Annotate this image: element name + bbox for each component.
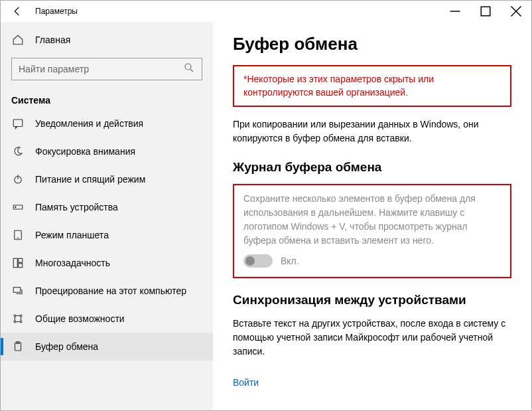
history-toggle-row: Вкл. <box>243 254 501 268</box>
moon-icon <box>11 145 25 157</box>
svg-point-20 <box>20 321 22 323</box>
history-disabled-box: Сохраните несколько элементов в буфер об… <box>233 184 511 278</box>
page-title: Буфер обмена <box>233 34 511 54</box>
sidebar-item-label: Питание и спящий режим <box>35 174 145 185</box>
svg-line-5 <box>190 69 193 72</box>
history-heading: Журнал буфера обмена <box>233 160 511 175</box>
policy-notice-text: *Некоторые из этих параметров скрыты или… <box>243 73 501 99</box>
svg-rect-16 <box>13 288 21 293</box>
svg-rect-14 <box>19 258 23 262</box>
home-icon <box>11 34 25 46</box>
svg-point-17 <box>14 315 16 317</box>
sidebar-home[interactable]: Главная <box>1 27 213 52</box>
sidebar-item-power-sleep[interactable]: Питание и спящий режим <box>1 165 213 193</box>
svg-rect-6 <box>13 120 23 127</box>
sidebar-item-storage[interactable]: Память устройства <box>1 193 213 221</box>
shared-icon <box>11 313 25 325</box>
sidebar-item-label: Общие возможности <box>35 313 125 324</box>
sidebar-home-label: Главная <box>35 35 70 45</box>
sidebar-item-label: Многозадачность <box>35 258 110 268</box>
sidebar-item-label: Проецирование на этот компьютер <box>35 286 186 296</box>
storage-icon <box>11 201 25 213</box>
history-toggle-label: Вкл. <box>281 256 299 266</box>
maximize-button[interactable] <box>470 1 501 22</box>
history-description: Сохраните несколько элементов в буфер об… <box>243 192 501 248</box>
sidebar-item-shared-experiences[interactable]: Общие возможности <box>1 305 213 333</box>
svg-point-10 <box>15 206 17 208</box>
projecting-icon <box>11 285 25 297</box>
sidebar: Главная Система Уведомления и действия Ф… <box>1 22 213 410</box>
main-area: Главная Система Уведомления и действия Ф… <box>1 22 531 410</box>
search-icon <box>183 62 195 76</box>
multitask-icon <box>11 257 25 269</box>
signin-link[interactable]: Войти <box>233 377 259 388</box>
sidebar-item-label: Режим планшета <box>35 230 109 240</box>
sidebar-item-multitasking[interactable]: Многозадачность <box>1 249 213 277</box>
tablet-icon <box>11 229 25 241</box>
svg-point-4 <box>185 64 191 70</box>
sidebar-item-projecting[interactable]: Проецирование на этот компьютер <box>1 277 213 305</box>
maximize-icon <box>480 5 492 17</box>
clipboard-intro: При копировании или вырезании данных в W… <box>233 118 511 145</box>
sidebar-item-tablet-mode[interactable]: Режим планшета <box>1 221 213 249</box>
back-button[interactable] <box>11 5 33 17</box>
titlebar: Параметры <box>1 1 531 22</box>
policy-notice-box: *Некоторые из этих параметров скрыты или… <box>233 65 511 107</box>
sidebar-item-label: Память устройства <box>35 202 118 212</box>
minimize-button[interactable] <box>440 1 470 22</box>
back-arrow-icon <box>11 5 23 17</box>
message-icon <box>11 118 25 129</box>
svg-rect-15 <box>19 264 23 268</box>
sidebar-item-label: Фокусировка внимания <box>35 146 135 157</box>
svg-rect-13 <box>13 258 17 268</box>
sidebar-item-label: Буфер обмена <box>35 341 98 352</box>
history-toggle[interactable] <box>243 254 273 268</box>
sidebar-item-notifications[interactable]: Уведомления и действия <box>1 110 213 137</box>
power-icon <box>11 173 25 185</box>
sidebar-item-label: Уведомления и действия <box>35 118 143 129</box>
close-button[interactable] <box>501 1 531 22</box>
minimize-icon <box>449 5 461 17</box>
close-icon <box>510 5 522 17</box>
sync-description: Вставьте текст на других устройствах, по… <box>233 317 511 359</box>
window-title: Параметры <box>33 7 440 16</box>
sidebar-section-label: Система <box>1 86 213 110</box>
sidebar-item-focus-assist[interactable]: Фокусировка внимания <box>1 137 213 165</box>
sidebar-item-clipboard[interactable]: Буфер обмена <box>1 333 213 361</box>
svg-rect-1 <box>481 7 490 16</box>
sync-heading: Синхронизация между устройствами <box>233 293 511 307</box>
svg-point-18 <box>20 315 22 317</box>
search-field[interactable] <box>11 58 202 80</box>
clipboard-icon <box>11 341 25 353</box>
search-input[interactable] <box>19 64 183 74</box>
svg-point-19 <box>14 321 16 323</box>
fade-overlay <box>233 392 525 410</box>
content-panel: Буфер обмена *Некоторые из этих параметр… <box>213 22 531 410</box>
